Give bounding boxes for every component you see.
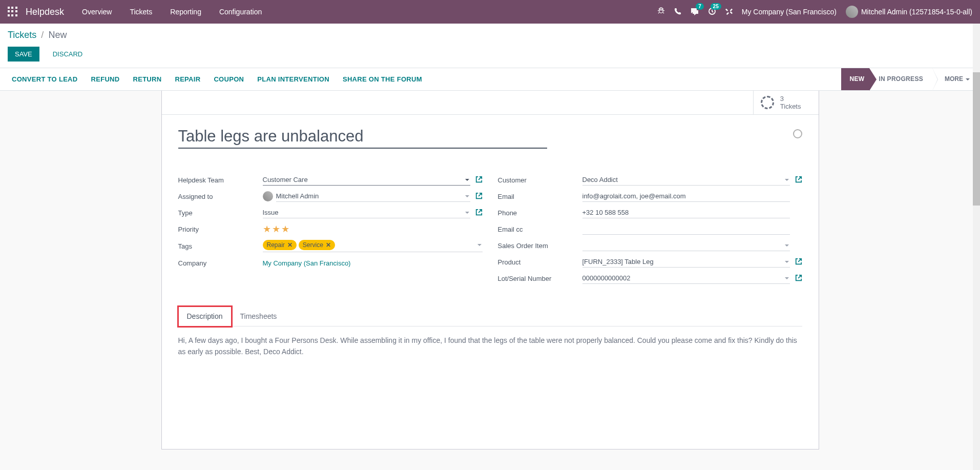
- user-menu[interactable]: Mitchell Admin (12571854-15-0-all): [846, 6, 972, 18]
- label-type: Type: [178, 209, 263, 217]
- label-tags: Tags: [178, 242, 263, 250]
- label-assigned: Assigned to: [178, 193, 263, 200]
- stat-count: 3: [780, 95, 801, 103]
- label-company: Company: [178, 259, 263, 267]
- chevron-down-icon[interactable]: [465, 195, 469, 197]
- action-plan-intervention[interactable]: PLAN INTERVENTION: [251, 68, 336, 90]
- field-customer[interactable]: [582, 174, 790, 186]
- label-customer: Customer: [498, 176, 582, 184]
- description-content[interactable]: Hi, A few days ago, I bought a Four Pers…: [178, 326, 802, 366]
- nav-right: 7 25 My Company (San Francisco) Mitchell…: [657, 6, 972, 18]
- label-soi: Sales Order Item: [498, 242, 582, 250]
- action-bar: CONVERT TO LEAD REFUND RETURN REPAIR COU…: [0, 68, 980, 91]
- field-product[interactable]: [582, 256, 790, 268]
- form-group-left: Helpdesk Team Assigned to: [178, 174, 483, 289]
- control-panel: Tickets / New SAVE DISCARD: [0, 24, 980, 68]
- breadcrumb: Tickets / New: [8, 30, 972, 40]
- discard-button[interactable]: DISCARD: [46, 47, 90, 62]
- nav-configuration[interactable]: Configuration: [219, 8, 262, 16]
- field-team[interactable]: [263, 174, 470, 186]
- messages-icon[interactable]: 7: [691, 7, 699, 17]
- field-type[interactable]: [263, 207, 470, 218]
- field-soi[interactable]: [582, 240, 790, 251]
- label-priority: Priority: [178, 226, 263, 233]
- scrollbar[interactable]: [973, 24, 980, 449]
- top-nav: Helpdesk Overview Tickets Reporting Conf…: [0, 0, 980, 24]
- brand[interactable]: Helpdesk: [26, 7, 64, 17]
- lifebuoy-icon: [761, 96, 774, 109]
- action-share-forum[interactable]: SHARE ON THE FORUM: [336, 68, 429, 90]
- bug-icon[interactable]: [657, 7, 665, 16]
- external-link-icon[interactable]: [475, 176, 483, 185]
- status-bar: NEW IN PROGRESS MORE: [841, 68, 980, 90]
- tools-icon[interactable]: [725, 8, 733, 16]
- activities-icon[interactable]: 25: [708, 7, 716, 17]
- chevron-down-icon: [966, 78, 970, 80]
- nav-tickets[interactable]: Tickets: [130, 8, 152, 16]
- label-phone: Phone: [498, 209, 582, 217]
- company-name[interactable]: My Company (San Francisco): [742, 8, 837, 16]
- field-company[interactable]: My Company (San Francisco): [263, 259, 351, 267]
- chevron-down-icon[interactable]: [785, 179, 789, 181]
- label-product: Product: [498, 258, 582, 266]
- chevron-down-icon[interactable]: [785, 261, 789, 263]
- tab-description[interactable]: Description: [178, 306, 232, 326]
- chevron-down-icon[interactable]: [785, 277, 789, 279]
- field-email[interactable]: [582, 191, 790, 202]
- chevron-down-icon[interactable]: [465, 212, 469, 214]
- tag-remove-icon[interactable]: ✕: [287, 241, 293, 249]
- tag-repair[interactable]: Repair✕: [263, 240, 297, 250]
- action-coupon[interactable]: COUPON: [207, 68, 251, 90]
- form-sheet: 3 Tickets Helpdesk Team: [161, 91, 819, 449]
- action-refund[interactable]: REFUND: [85, 68, 127, 90]
- tag-remove-icon[interactable]: ✕: [326, 241, 331, 249]
- label-team: Helpdesk Team: [178, 176, 263, 184]
- field-emailcc[interactable]: [582, 223, 790, 235]
- field-phone[interactable]: [582, 207, 790, 218]
- priority-stars[interactable]: ★★★: [263, 223, 290, 235]
- ticket-title-input[interactable]: [178, 127, 547, 149]
- apps-icon[interactable]: [8, 7, 18, 17]
- assignee-avatar: [263, 191, 273, 201]
- chevron-down-icon[interactable]: [785, 244, 789, 247]
- button-box: 3 Tickets: [162, 91, 819, 115]
- nav-menu: Overview Tickets Reporting Configuration: [82, 8, 262, 16]
- tabs: Description Timesheets: [178, 306, 802, 326]
- external-link-icon[interactable]: [475, 192, 483, 201]
- nav-overview[interactable]: Overview: [82, 8, 112, 16]
- breadcrumb-current: New: [48, 30, 67, 40]
- field-lot[interactable]: [582, 273, 790, 284]
- external-link-icon[interactable]: [795, 274, 802, 283]
- save-button[interactable]: SAVE: [8, 47, 39, 62]
- field-assigned[interactable]: [276, 191, 470, 202]
- external-link-icon[interactable]: [475, 209, 483, 217]
- external-link-icon[interactable]: [795, 176, 802, 185]
- breadcrumb-tickets[interactable]: Tickets: [8, 30, 36, 40]
- nav-reporting[interactable]: Reporting: [170, 8, 201, 16]
- tag-service[interactable]: Service✕: [299, 240, 335, 250]
- user-name: Mitchell Admin (12571854-15-0-all): [861, 8, 972, 16]
- stat-label: Tickets: [780, 103, 801, 110]
- phone-icon[interactable]: [674, 8, 681, 16]
- chevron-down-icon[interactable]: [477, 244, 482, 246]
- activities-badge: 25: [711, 3, 721, 10]
- chevron-down-icon[interactable]: [465, 179, 469, 181]
- label-email: Email: [498, 193, 582, 200]
- form-sheet-bg: 3 Tickets Helpdesk Team: [0, 91, 980, 449]
- notebook: Description Timesheets Hi, A few days ag…: [178, 306, 802, 366]
- action-repair[interactable]: REPAIR: [168, 68, 207, 90]
- stat-tickets[interactable]: 3 Tickets: [753, 91, 819, 114]
- form-group-right: Customer Email: [498, 174, 802, 289]
- action-return[interactable]: RETURN: [126, 68, 168, 90]
- status-new[interactable]: NEW: [841, 68, 869, 90]
- kanban-state-circle[interactable]: [793, 129, 802, 138]
- label-lot: Lot/Serial Number: [498, 275, 582, 282]
- status-in-progress[interactable]: IN PROGRESS: [869, 68, 932, 90]
- messages-badge: 7: [696, 3, 704, 10]
- form-content: Helpdesk Team Assigned to: [162, 115, 819, 378]
- external-link-icon[interactable]: [795, 258, 802, 267]
- cp-buttons: SAVE DISCARD: [8, 47, 972, 68]
- action-convert-lead[interactable]: CONVERT TO LEAD: [5, 68, 85, 90]
- tab-timesheets[interactable]: Timesheets: [232, 306, 286, 326]
- scrollbar-thumb[interactable]: [973, 72, 980, 206]
